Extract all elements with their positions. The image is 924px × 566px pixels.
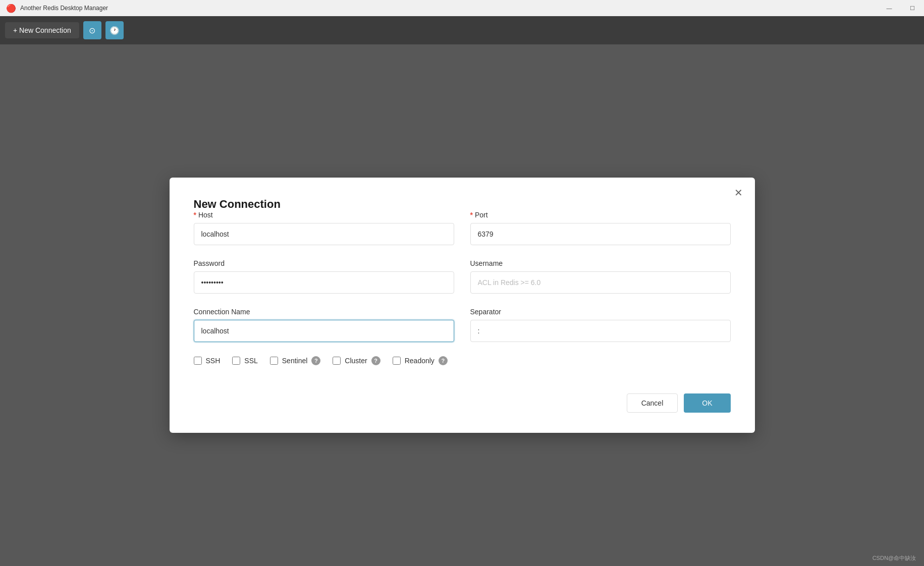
host-input[interactable] bbox=[194, 223, 454, 245]
cancel-button[interactable]: Cancel bbox=[627, 393, 678, 413]
username-input[interactable] bbox=[470, 271, 731, 294]
ssh-checkbox[interactable] bbox=[194, 357, 202, 365]
password-group: Password bbox=[194, 259, 454, 294]
cluster-checkbox[interactable] bbox=[333, 357, 341, 365]
options-row: SSH SSL Sentinel ? Cluster ? Readonly ? bbox=[194, 356, 731, 365]
window-controls: — ☐ bbox=[878, 0, 924, 16]
maximize-button[interactable]: ☐ bbox=[901, 0, 924, 16]
separator-group: Separator bbox=[470, 308, 731, 342]
port-input[interactable] bbox=[470, 223, 731, 245]
ssl-checkbox-item[interactable]: SSL bbox=[232, 357, 257, 365]
titlebar: 🔴 Another Redis Desktop Manager — ☐ bbox=[0, 0, 924, 16]
toolbar-icon-btn-1[interactable]: ⊙ bbox=[83, 21, 101, 39]
dialog-close-button[interactable]: ✕ bbox=[734, 188, 743, 198]
connection-icon: ⊙ bbox=[89, 26, 95, 35]
ok-button[interactable]: OK bbox=[684, 393, 730, 413]
separator-input[interactable] bbox=[470, 320, 731, 342]
connection-name-label: Connection Name bbox=[194, 308, 454, 316]
new-connection-dialog: New Connection ✕ * Host * Port P bbox=[170, 178, 755, 433]
dialog-footer: Cancel OK bbox=[194, 393, 731, 413]
toolbar: + New Connection ⊙ 🕐 bbox=[0, 16, 924, 44]
dialog-overlay: New Connection ✕ * Host * Port P bbox=[0, 44, 924, 566]
new-connection-button[interactable]: + New Connection bbox=[5, 22, 79, 38]
dialog-title: New Connection bbox=[194, 198, 281, 210]
readonly-checkbox-item[interactable]: Readonly ? bbox=[393, 356, 448, 365]
sentinel-help-icon[interactable]: ? bbox=[311, 356, 320, 365]
readonly-label: Readonly bbox=[405, 357, 434, 365]
readonly-checkbox[interactable] bbox=[393, 357, 401, 365]
ssh-label: SSH bbox=[206, 357, 221, 365]
ssh-checkbox-item[interactable]: SSH bbox=[194, 357, 221, 365]
host-group: * Host bbox=[194, 211, 454, 245]
username-group: Username bbox=[470, 259, 731, 294]
sentinel-checkbox[interactable] bbox=[270, 357, 278, 365]
toolbar-icon-btn-2[interactable]: 🕐 bbox=[105, 21, 124, 39]
host-port-row: * Host * Port bbox=[194, 211, 731, 245]
sentinel-checkbox-item[interactable]: Sentinel ? bbox=[270, 356, 321, 365]
minimize-button[interactable]: — bbox=[878, 0, 901, 16]
host-required: * bbox=[194, 211, 196, 219]
ssl-label: SSL bbox=[244, 357, 257, 365]
cluster-help-icon[interactable]: ? bbox=[371, 356, 381, 365]
password-input[interactable] bbox=[194, 271, 454, 294]
port-required: * bbox=[470, 211, 473, 219]
username-label: Username bbox=[470, 259, 731, 267]
connection-name-input[interactable] bbox=[194, 320, 454, 342]
cluster-label: Cluster bbox=[345, 357, 367, 365]
password-label: Password bbox=[194, 259, 454, 267]
history-icon: 🕐 bbox=[110, 26, 120, 35]
ssl-checkbox[interactable] bbox=[232, 357, 240, 365]
sentinel-label: Sentinel bbox=[282, 357, 308, 365]
port-label: * Port bbox=[470, 211, 731, 219]
password-username-row: Password Username bbox=[194, 259, 731, 294]
watermark: CSDN@命中缺汝 bbox=[873, 554, 916, 562]
host-label: * Host bbox=[194, 211, 454, 219]
connection-name-group: Connection Name bbox=[194, 308, 454, 342]
cluster-checkbox-item[interactable]: Cluster ? bbox=[333, 356, 380, 365]
port-group: * Port bbox=[470, 211, 731, 245]
readonly-help-icon[interactable]: ? bbox=[439, 356, 448, 365]
app-icon: 🔴 bbox=[6, 4, 16, 13]
connname-separator-row: Connection Name Separator bbox=[194, 308, 731, 342]
separator-label: Separator bbox=[470, 308, 731, 316]
app-title: Another Redis Desktop Manager bbox=[20, 5, 108, 12]
